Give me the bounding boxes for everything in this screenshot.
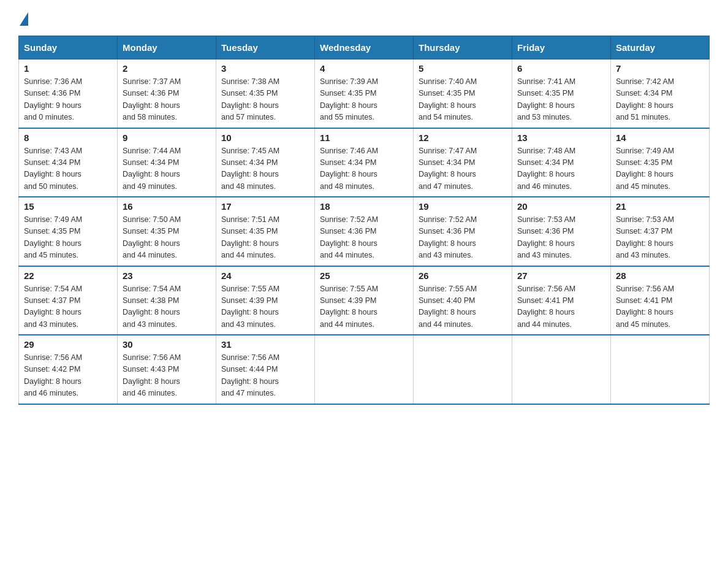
- day-number: 26: [419, 270, 507, 281]
- logo: [18, 12, 29, 23]
- table-row: 10 Sunrise: 7:45 AMSunset: 4:34 PMDaylig…: [216, 128, 315, 197]
- table-row: 18 Sunrise: 7:52 AMSunset: 4:36 PMDaylig…: [315, 197, 414, 266]
- day-number: 6: [517, 63, 605, 74]
- table-row: 9 Sunrise: 7:44 AMSunset: 4:34 PMDayligh…: [118, 128, 216, 197]
- table-row: [414, 335, 512, 404]
- day-number: 1: [24, 63, 112, 74]
- table-row: 29 Sunrise: 7:56 AMSunset: 4:42 PMDaylig…: [19, 335, 118, 404]
- calendar-table: SundayMondayTuesdayWednesdayThursdayFrid…: [18, 36, 710, 405]
- day-info: Sunrise: 7:42 AMSunset: 4:34 PMDaylight:…: [616, 76, 704, 124]
- table-row: [512, 335, 611, 404]
- day-info: Sunrise: 7:41 AMSunset: 4:35 PMDaylight:…: [517, 76, 605, 124]
- day-info: Sunrise: 7:56 AMSunset: 4:41 PMDaylight:…: [517, 283, 605, 331]
- header-tuesday: Tuesday: [216, 36, 315, 59]
- day-number: 9: [123, 132, 211, 143]
- day-number: 20: [517, 201, 605, 212]
- table-row: 20 Sunrise: 7:53 AMSunset: 4:36 PMDaylig…: [512, 197, 611, 266]
- day-number: 4: [320, 63, 408, 74]
- day-number: 3: [221, 63, 309, 74]
- table-row: 27 Sunrise: 7:56 AMSunset: 4:41 PMDaylig…: [512, 266, 611, 335]
- header-friday: Friday: [512, 36, 611, 59]
- table-row: 23 Sunrise: 7:54 AMSunset: 4:38 PMDaylig…: [118, 266, 216, 335]
- day-info: Sunrise: 7:37 AMSunset: 4:36 PMDaylight:…: [123, 76, 211, 124]
- day-info: Sunrise: 7:36 AMSunset: 4:36 PMDaylight:…: [24, 76, 112, 124]
- day-info: Sunrise: 7:38 AMSunset: 4:35 PMDaylight:…: [221, 76, 309, 124]
- day-info: Sunrise: 7:56 AMSunset: 4:42 PMDaylight:…: [24, 352, 112, 400]
- day-info: Sunrise: 7:53 AMSunset: 4:36 PMDaylight:…: [517, 214, 605, 262]
- table-row: 14 Sunrise: 7:49 AMSunset: 4:35 PMDaylig…: [611, 128, 710, 197]
- table-row: 8 Sunrise: 7:43 AMSunset: 4:34 PMDayligh…: [19, 128, 118, 197]
- calendar-week-3: 15 Sunrise: 7:49 AMSunset: 4:35 PMDaylig…: [19, 197, 710, 266]
- day-info: Sunrise: 7:55 AMSunset: 4:39 PMDaylight:…: [320, 283, 408, 331]
- day-info: Sunrise: 7:40 AMSunset: 4:35 PMDaylight:…: [419, 76, 507, 124]
- day-info: Sunrise: 7:56 AMSunset: 4:44 PMDaylight:…: [221, 352, 309, 400]
- day-info: Sunrise: 7:49 AMSunset: 4:35 PMDaylight:…: [24, 214, 112, 262]
- table-row: 16 Sunrise: 7:50 AMSunset: 4:35 PMDaylig…: [118, 197, 216, 266]
- header-sunday: Sunday: [19, 36, 118, 59]
- table-row: 24 Sunrise: 7:55 AMSunset: 4:39 PMDaylig…: [216, 266, 315, 335]
- day-number: 19: [419, 201, 507, 212]
- day-info: Sunrise: 7:56 AMSunset: 4:43 PMDaylight:…: [123, 352, 211, 400]
- table-row: 26 Sunrise: 7:55 AMSunset: 4:40 PMDaylig…: [414, 266, 512, 335]
- table-row: 6 Sunrise: 7:41 AMSunset: 4:35 PMDayligh…: [512, 59, 611, 128]
- table-row: 12 Sunrise: 7:47 AMSunset: 4:34 PMDaylig…: [414, 128, 512, 197]
- day-number: 17: [221, 201, 309, 212]
- day-number: 27: [517, 270, 605, 281]
- header-thursday: Thursday: [414, 36, 512, 59]
- table-row: 15 Sunrise: 7:49 AMSunset: 4:35 PMDaylig…: [19, 197, 118, 266]
- day-number: 29: [24, 339, 112, 350]
- day-number: 28: [616, 270, 704, 281]
- day-info: Sunrise: 7:55 AMSunset: 4:40 PMDaylight:…: [419, 283, 507, 331]
- table-row: 22 Sunrise: 7:54 AMSunset: 4:37 PMDaylig…: [19, 266, 118, 335]
- day-info: Sunrise: 7:54 AMSunset: 4:37 PMDaylight:…: [24, 283, 112, 331]
- day-info: Sunrise: 7:46 AMSunset: 4:34 PMDaylight:…: [320, 145, 408, 193]
- table-row: 13 Sunrise: 7:48 AMSunset: 4:34 PMDaylig…: [512, 128, 611, 197]
- day-number: 31: [221, 339, 309, 350]
- day-number: 12: [419, 132, 507, 143]
- day-number: 30: [123, 339, 211, 350]
- calendar-week-1: 1 Sunrise: 7:36 AMSunset: 4:36 PMDayligh…: [19, 59, 710, 128]
- day-info: Sunrise: 7:50 AMSunset: 4:35 PMDaylight:…: [123, 214, 211, 262]
- day-info: Sunrise: 7:51 AMSunset: 4:35 PMDaylight:…: [221, 214, 309, 262]
- page-header: [18, 12, 710, 23]
- table-row: 30 Sunrise: 7:56 AMSunset: 4:43 PMDaylig…: [118, 335, 216, 404]
- day-info: Sunrise: 7:52 AMSunset: 4:36 PMDaylight:…: [320, 214, 408, 262]
- table-row: 19 Sunrise: 7:52 AMSunset: 4:36 PMDaylig…: [414, 197, 512, 266]
- day-info: Sunrise: 7:43 AMSunset: 4:34 PMDaylight:…: [24, 145, 112, 193]
- day-number: 21: [616, 201, 704, 212]
- header-monday: Monday: [118, 36, 216, 59]
- calendar-header: SundayMondayTuesdayWednesdayThursdayFrid…: [19, 36, 710, 59]
- day-number: 7: [616, 63, 704, 74]
- calendar-week-5: 29 Sunrise: 7:56 AMSunset: 4:42 PMDaylig…: [19, 335, 710, 404]
- day-info: Sunrise: 7:55 AMSunset: 4:39 PMDaylight:…: [221, 283, 309, 331]
- calendar-body: 1 Sunrise: 7:36 AMSunset: 4:36 PMDayligh…: [19, 59, 710, 404]
- table-row: 3 Sunrise: 7:38 AMSunset: 4:35 PMDayligh…: [216, 59, 315, 128]
- day-info: Sunrise: 7:47 AMSunset: 4:34 PMDaylight:…: [419, 145, 507, 193]
- table-row: 21 Sunrise: 7:53 AMSunset: 4:37 PMDaylig…: [611, 197, 710, 266]
- day-number: 25: [320, 270, 408, 281]
- day-number: 24: [221, 270, 309, 281]
- table-row: 7 Sunrise: 7:42 AMSunset: 4:34 PMDayligh…: [611, 59, 710, 128]
- day-number: 5: [419, 63, 507, 74]
- calendar-week-2: 8 Sunrise: 7:43 AMSunset: 4:34 PMDayligh…: [19, 128, 710, 197]
- logo-triangle-icon: [20, 12, 28, 26]
- day-info: Sunrise: 7:48 AMSunset: 4:34 PMDaylight:…: [517, 145, 605, 193]
- day-info: Sunrise: 7:52 AMSunset: 4:36 PMDaylight:…: [419, 214, 507, 262]
- table-row: 28 Sunrise: 7:56 AMSunset: 4:41 PMDaylig…: [611, 266, 710, 335]
- table-row: [611, 335, 710, 404]
- day-number: 23: [123, 270, 211, 281]
- day-number: 13: [517, 132, 605, 143]
- day-info: Sunrise: 7:44 AMSunset: 4:34 PMDaylight:…: [123, 145, 211, 193]
- header-wednesday: Wednesday: [315, 36, 414, 59]
- table-row: [315, 335, 414, 404]
- day-number: 22: [24, 270, 112, 281]
- day-info: Sunrise: 7:56 AMSunset: 4:41 PMDaylight:…: [616, 283, 704, 331]
- day-info: Sunrise: 7:49 AMSunset: 4:35 PMDaylight:…: [616, 145, 704, 193]
- table-row: 25 Sunrise: 7:55 AMSunset: 4:39 PMDaylig…: [315, 266, 414, 335]
- table-row: 11 Sunrise: 7:46 AMSunset: 4:34 PMDaylig…: [315, 128, 414, 197]
- day-number: 8: [24, 132, 112, 143]
- day-number: 18: [320, 201, 408, 212]
- table-row: 5 Sunrise: 7:40 AMSunset: 4:35 PMDayligh…: [414, 59, 512, 128]
- table-row: 1 Sunrise: 7:36 AMSunset: 4:36 PMDayligh…: [19, 59, 118, 128]
- day-info: Sunrise: 7:54 AMSunset: 4:38 PMDaylight:…: [123, 283, 211, 331]
